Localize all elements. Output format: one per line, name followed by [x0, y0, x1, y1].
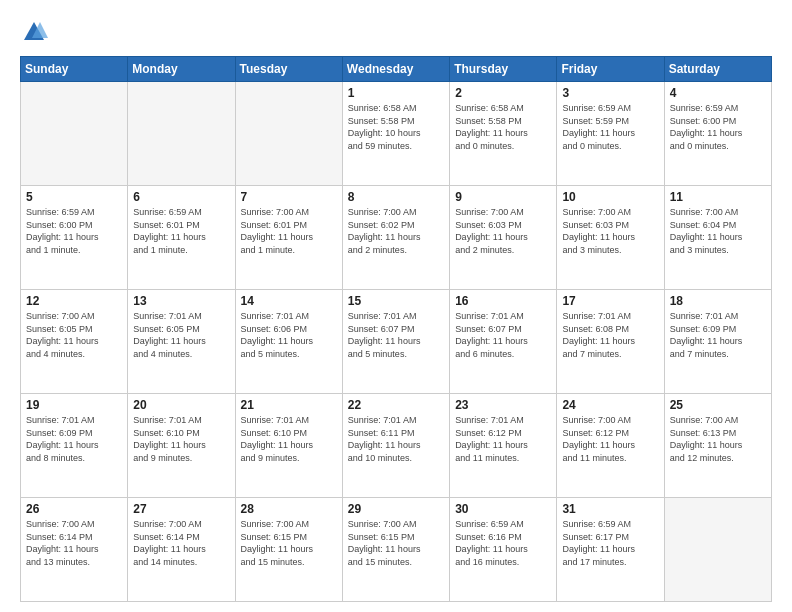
calendar-cell: 3Sunrise: 6:59 AM Sunset: 5:59 PM Daylig…: [557, 82, 664, 186]
day-number: 9: [455, 190, 551, 204]
calendar-cell: 26Sunrise: 7:00 AM Sunset: 6:14 PM Dayli…: [21, 498, 128, 602]
day-header-thursday: Thursday: [450, 57, 557, 82]
calendar-cell: 20Sunrise: 7:01 AM Sunset: 6:10 PM Dayli…: [128, 394, 235, 498]
day-info: Sunrise: 7:01 AM Sunset: 6:06 PM Dayligh…: [241, 310, 337, 360]
day-number: 29: [348, 502, 444, 516]
calendar-cell: 28Sunrise: 7:00 AM Sunset: 6:15 PM Dayli…: [235, 498, 342, 602]
day-info: Sunrise: 7:00 AM Sunset: 6:03 PM Dayligh…: [562, 206, 658, 256]
calendar-cell: 6Sunrise: 6:59 AM Sunset: 6:01 PM Daylig…: [128, 186, 235, 290]
day-info: Sunrise: 7:00 AM Sunset: 6:12 PM Dayligh…: [562, 414, 658, 464]
week-row-1: 1Sunrise: 6:58 AM Sunset: 5:58 PM Daylig…: [21, 82, 772, 186]
calendar-cell: 22Sunrise: 7:01 AM Sunset: 6:11 PM Dayli…: [342, 394, 449, 498]
calendar-cell: [664, 498, 771, 602]
calendar-cell: 15Sunrise: 7:01 AM Sunset: 6:07 PM Dayli…: [342, 290, 449, 394]
day-number: 7: [241, 190, 337, 204]
day-info: Sunrise: 7:01 AM Sunset: 6:10 PM Dayligh…: [133, 414, 229, 464]
week-row-4: 19Sunrise: 7:01 AM Sunset: 6:09 PM Dayli…: [21, 394, 772, 498]
day-number: 14: [241, 294, 337, 308]
calendar-cell: 21Sunrise: 7:01 AM Sunset: 6:10 PM Dayli…: [235, 394, 342, 498]
day-info: Sunrise: 7:00 AM Sunset: 6:13 PM Dayligh…: [670, 414, 766, 464]
calendar-cell: 12Sunrise: 7:00 AM Sunset: 6:05 PM Dayli…: [21, 290, 128, 394]
day-header-monday: Monday: [128, 57, 235, 82]
calendar-cell: [235, 82, 342, 186]
day-number: 10: [562, 190, 658, 204]
day-info: Sunrise: 7:01 AM Sunset: 6:08 PM Dayligh…: [562, 310, 658, 360]
calendar-cell: 29Sunrise: 7:00 AM Sunset: 6:15 PM Dayli…: [342, 498, 449, 602]
day-number: 17: [562, 294, 658, 308]
day-info: Sunrise: 6:58 AM Sunset: 5:58 PM Dayligh…: [348, 102, 444, 152]
day-header-tuesday: Tuesday: [235, 57, 342, 82]
calendar-cell: 8Sunrise: 7:00 AM Sunset: 6:02 PM Daylig…: [342, 186, 449, 290]
day-number: 24: [562, 398, 658, 412]
day-number: 6: [133, 190, 229, 204]
day-info: Sunrise: 6:58 AM Sunset: 5:58 PM Dayligh…: [455, 102, 551, 152]
day-info: Sunrise: 7:00 AM Sunset: 6:02 PM Dayligh…: [348, 206, 444, 256]
day-info: Sunrise: 7:00 AM Sunset: 6:05 PM Dayligh…: [26, 310, 122, 360]
calendar-cell: 18Sunrise: 7:01 AM Sunset: 6:09 PM Dayli…: [664, 290, 771, 394]
day-number: 4: [670, 86, 766, 100]
day-header-wednesday: Wednesday: [342, 57, 449, 82]
calendar-cell: 2Sunrise: 6:58 AM Sunset: 5:58 PM Daylig…: [450, 82, 557, 186]
calendar-cell: 27Sunrise: 7:00 AM Sunset: 6:14 PM Dayli…: [128, 498, 235, 602]
calendar-cell: 16Sunrise: 7:01 AM Sunset: 6:07 PM Dayli…: [450, 290, 557, 394]
calendar-cell: 25Sunrise: 7:00 AM Sunset: 6:13 PM Dayli…: [664, 394, 771, 498]
day-number: 8: [348, 190, 444, 204]
calendar-cell: [128, 82, 235, 186]
day-info: Sunrise: 7:01 AM Sunset: 6:09 PM Dayligh…: [26, 414, 122, 464]
calendar-cell: 4Sunrise: 6:59 AM Sunset: 6:00 PM Daylig…: [664, 82, 771, 186]
day-number: 31: [562, 502, 658, 516]
page: SundayMondayTuesdayWednesdayThursdayFrid…: [0, 0, 792, 612]
day-info: Sunrise: 6:59 AM Sunset: 6:00 PM Dayligh…: [26, 206, 122, 256]
day-info: Sunrise: 7:01 AM Sunset: 6:07 PM Dayligh…: [455, 310, 551, 360]
day-info: Sunrise: 7:01 AM Sunset: 6:12 PM Dayligh…: [455, 414, 551, 464]
day-number: 13: [133, 294, 229, 308]
calendar-cell: 30Sunrise: 6:59 AM Sunset: 6:16 PM Dayli…: [450, 498, 557, 602]
day-number: 18: [670, 294, 766, 308]
day-info: Sunrise: 7:00 AM Sunset: 6:15 PM Dayligh…: [348, 518, 444, 568]
day-info: Sunrise: 6:59 AM Sunset: 6:16 PM Dayligh…: [455, 518, 551, 568]
day-info: Sunrise: 7:01 AM Sunset: 6:09 PM Dayligh…: [670, 310, 766, 360]
week-row-3: 12Sunrise: 7:00 AM Sunset: 6:05 PM Dayli…: [21, 290, 772, 394]
day-number: 16: [455, 294, 551, 308]
day-info: Sunrise: 7:01 AM Sunset: 6:07 PM Dayligh…: [348, 310, 444, 360]
day-info: Sunrise: 7:01 AM Sunset: 6:11 PM Dayligh…: [348, 414, 444, 464]
calendar-cell: 19Sunrise: 7:01 AM Sunset: 6:09 PM Dayli…: [21, 394, 128, 498]
day-info: Sunrise: 6:59 AM Sunset: 6:17 PM Dayligh…: [562, 518, 658, 568]
logo-icon: [20, 18, 48, 46]
day-number: 5: [26, 190, 122, 204]
day-number: 22: [348, 398, 444, 412]
day-number: 30: [455, 502, 551, 516]
calendar-cell: 11Sunrise: 7:00 AM Sunset: 6:04 PM Dayli…: [664, 186, 771, 290]
calendar-cell: 23Sunrise: 7:01 AM Sunset: 6:12 PM Dayli…: [450, 394, 557, 498]
day-number: 27: [133, 502, 229, 516]
day-number: 21: [241, 398, 337, 412]
day-number: 11: [670, 190, 766, 204]
day-number: 1: [348, 86, 444, 100]
header: [20, 18, 772, 46]
day-info: Sunrise: 6:59 AM Sunset: 6:00 PM Dayligh…: [670, 102, 766, 152]
day-number: 20: [133, 398, 229, 412]
day-number: 19: [26, 398, 122, 412]
day-info: Sunrise: 7:01 AM Sunset: 6:05 PM Dayligh…: [133, 310, 229, 360]
calendar-cell: 9Sunrise: 7:00 AM Sunset: 6:03 PM Daylig…: [450, 186, 557, 290]
day-header-sunday: Sunday: [21, 57, 128, 82]
day-number: 23: [455, 398, 551, 412]
week-row-2: 5Sunrise: 6:59 AM Sunset: 6:00 PM Daylig…: [21, 186, 772, 290]
logo: [20, 18, 52, 46]
day-info: Sunrise: 7:00 AM Sunset: 6:15 PM Dayligh…: [241, 518, 337, 568]
day-number: 28: [241, 502, 337, 516]
day-header-friday: Friday: [557, 57, 664, 82]
day-info: Sunrise: 7:01 AM Sunset: 6:10 PM Dayligh…: [241, 414, 337, 464]
day-header-saturday: Saturday: [664, 57, 771, 82]
calendar-table: SundayMondayTuesdayWednesdayThursdayFrid…: [20, 56, 772, 602]
day-number: 26: [26, 502, 122, 516]
calendar-cell: 1Sunrise: 6:58 AM Sunset: 5:58 PM Daylig…: [342, 82, 449, 186]
day-info: Sunrise: 7:00 AM Sunset: 6:03 PM Dayligh…: [455, 206, 551, 256]
day-info: Sunrise: 7:00 AM Sunset: 6:01 PM Dayligh…: [241, 206, 337, 256]
day-number: 15: [348, 294, 444, 308]
calendar-cell: 14Sunrise: 7:01 AM Sunset: 6:06 PM Dayli…: [235, 290, 342, 394]
day-info: Sunrise: 6:59 AM Sunset: 6:01 PM Dayligh…: [133, 206, 229, 256]
day-number: 3: [562, 86, 658, 100]
calendar-cell: [21, 82, 128, 186]
day-info: Sunrise: 7:00 AM Sunset: 6:04 PM Dayligh…: [670, 206, 766, 256]
